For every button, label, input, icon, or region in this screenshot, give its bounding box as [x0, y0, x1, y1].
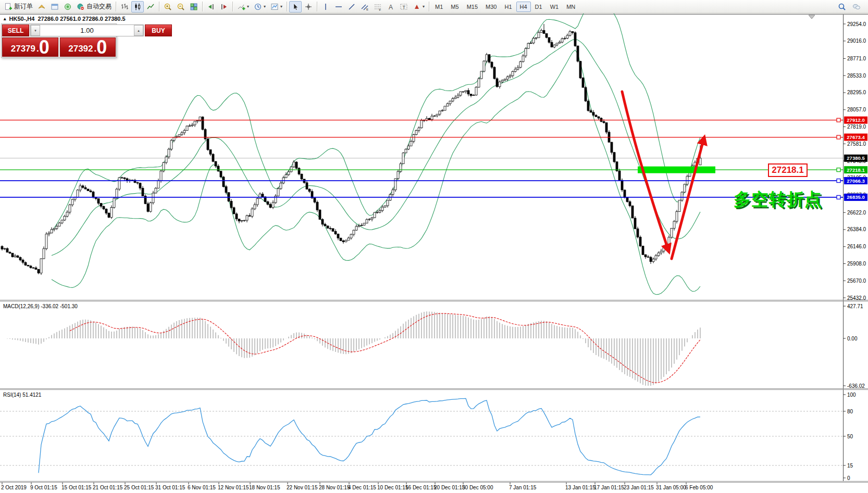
time-tick-label: 13 Jan 01:15	[565, 485, 596, 490]
vertical-line-tool-button[interactable]	[319, 1, 332, 12]
timeframe-d1[interactable]: D1	[531, 2, 546, 12]
auto-scroll-icon	[207, 3, 215, 11]
chart-shift-button[interactable]	[218, 1, 230, 12]
collapse-panel-icon[interactable]: ▴	[4, 16, 6, 21]
macd-signal-line	[70, 313, 700, 383]
macd-axis-label: 427.71	[847, 304, 863, 309]
vertical-line-icon	[321, 3, 330, 11]
timeframe-m5[interactable]: M5	[447, 2, 462, 12]
trendline-tool-button[interactable]	[345, 1, 358, 12]
macd-indicator-label: MACD(12,26,9) -336.02 -501.30	[3, 304, 78, 309]
rsi-axis-label: 50	[847, 434, 853, 439]
timeframe-w1[interactable]: W1	[547, 2, 563, 12]
navigator-button[interactable]	[61, 1, 74, 12]
line-anchor-handle	[837, 179, 840, 183]
time-tick-label: 31 Oct 01:15	[155, 485, 185, 490]
rsi-axis-label: 15	[847, 463, 853, 469]
timeframe-mn[interactable]: MN	[563, 2, 579, 12]
time-tick-label: 12 Nov 01:15	[218, 485, 249, 490]
price-tick-label: 27581.0	[847, 141, 866, 147]
price-tick-label: 28533.0	[847, 73, 866, 79]
time-tick-label: 17 Jan 01:15	[594, 485, 624, 490]
templates-button[interactable]: ▾	[268, 1, 284, 12]
time-axis[interactable]: 2 Oct 20199 Oct 01:1515 Oct 01:1521 Oct …	[1, 483, 713, 491]
arrows-tool-button[interactable]: ▾	[411, 1, 427, 12]
autotrading-icon	[77, 3, 85, 11]
price-tick-label: 26622.0	[847, 210, 866, 216]
rsi-axis-label: 0	[847, 475, 850, 481]
arrows-tool-icon	[413, 3, 421, 11]
channel-tool-button[interactable]: E	[358, 1, 371, 12]
price-tick-label: 25432.0	[847, 295, 866, 301]
mt4-terminal: { "toolbar": { "new_order_label": "新订单",…	[0, 0, 868, 493]
candlesticks	[1, 24, 701, 275]
zoom-in-button[interactable]	[162, 1, 174, 12]
line-anchor-handle	[837, 168, 840, 172]
axis-label-text: 27066.3	[847, 178, 864, 184]
volume-increase-button[interactable]: ▴	[134, 25, 143, 36]
buy-button[interactable]: BUY	[145, 24, 172, 36]
tile-windows-button[interactable]	[188, 1, 200, 12]
search-button[interactable]	[836, 1, 848, 12]
new-order-icon	[4, 3, 13, 11]
cursor-tool-button[interactable]	[289, 1, 302, 12]
zoom-in-icon	[164, 3, 172, 11]
price-tick-label: 28057.0	[847, 107, 866, 112]
chat-button[interactable]	[850, 1, 863, 12]
svg-text:F: F	[379, 8, 381, 11]
chart-ohlc-values: 27286.0 27561.0 27286.0 27380.5	[38, 16, 125, 22]
chart-header: ▴ HK50-,H4 27286.0 27561.0 27286.0 27380…	[4, 16, 126, 22]
crosshair-tool-button[interactable]	[302, 1, 315, 12]
autotrading-button[interactable]: 自动交易	[75, 1, 114, 12]
macd-axis-label: -636.02	[847, 383, 865, 389]
navigator-icon	[64, 3, 72, 11]
volume-decrease-button[interactable]: ▾	[31, 25, 40, 36]
macd-histogram	[2, 311, 700, 386]
time-tick-label: 2 Oct 2019	[1, 485, 27, 490]
trendline-icon	[348, 3, 356, 11]
indicators-button[interactable]: ▾	[235, 1, 251, 12]
market-watch-icon	[38, 3, 46, 11]
chart-canvas[interactable]: 27218.1多空转折点多空转折点29254.029016.028771.028…	[0, 0, 868, 493]
main-toolbar: 新订单 自动交易 ▾ ▾	[0, 0, 868, 14]
toolbar-right-icons	[836, 1, 866, 12]
text-tool-button[interactable]: A	[385, 1, 397, 12]
buy-price-button[interactable]: 27392 . 0	[60, 37, 116, 57]
line-chart-mode-button[interactable]	[144, 1, 157, 12]
auto-scroll-button[interactable]	[205, 1, 217, 12]
toolbar-separator	[202, 2, 203, 11]
horizontal-line-icon	[334, 3, 343, 11]
time-tick-label: 20 Dec 01:15	[434, 485, 465, 490]
bollinger-bands	[52, 1, 700, 295]
rsi-axis-label: 100	[847, 392, 856, 398]
volume-input[interactable]	[40, 25, 134, 36]
fibonacci-tool-button[interactable]: F	[371, 1, 384, 12]
market-watch-button[interactable]	[35, 1, 48, 12]
timeframe-m30[interactable]: M30	[482, 2, 500, 12]
candlestick-mode-button[interactable]	[131, 1, 144, 12]
horizontal-line-tool-button[interactable]	[332, 1, 345, 12]
timeframe-m15[interactable]: M15	[463, 2, 481, 12]
dropdown-caret-icon: ▾	[247, 5, 249, 9]
periods-button[interactable]: ▾	[252, 1, 268, 12]
data-window-button[interactable]	[48, 1, 61, 12]
axis-label-text: 26835.0	[847, 194, 864, 200]
sell-price-button[interactable]: 27379 . 0	[2, 37, 58, 57]
sell-button[interactable]: SELL	[2, 24, 29, 36]
zoom-out-button[interactable]	[175, 1, 187, 12]
candlestick-icon	[133, 3, 142, 11]
bar-chart-mode-button[interactable]	[118, 1, 131, 12]
toolbar-separator	[159, 2, 159, 11]
volume-stepper: ▾ ▴	[30, 24, 144, 36]
chart-shift-marker	[809, 15, 815, 19]
time-tick-label: 21 Oct 01:15	[93, 485, 123, 490]
new-order-button[interactable]: 新订单	[2, 1, 35, 12]
zoom-out-icon	[177, 3, 185, 11]
timeframe-m1[interactable]: M1	[431, 2, 447, 12]
timeframe-h1[interactable]: H1	[501, 2, 515, 12]
line-anchor-handle	[837, 195, 840, 199]
text-label-tool-button[interactable]: T	[398, 1, 410, 12]
timeframe-h4[interactable]: H4	[516, 2, 531, 12]
tile-windows-icon	[190, 3, 198, 11]
price-tick-label: 29254.0	[847, 21, 866, 27]
